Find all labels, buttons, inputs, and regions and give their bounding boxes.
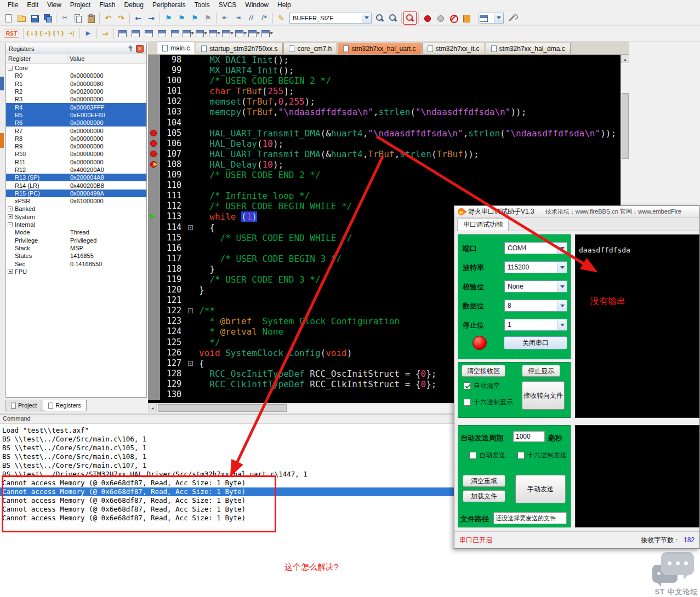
breakpoint-gutter[interactable] xyxy=(148,295,160,306)
auto-send-period-input[interactable] xyxy=(513,431,545,442)
menu-view[interactable]: View xyxy=(43,1,66,9)
command-window-toggle[interactable] xyxy=(116,27,129,40)
nav-back[interactable]: ← xyxy=(132,12,145,25)
cut[interactable]: ✂ xyxy=(58,12,71,25)
tree-expander[interactable]: + xyxy=(8,214,13,219)
register-row[interactable]: StackMSP xyxy=(6,244,146,252)
chevron-down-icon[interactable] xyxy=(557,319,567,330)
breakpoint-gutter[interactable] xyxy=(148,65,160,76)
reset-cpu[interactable]: RST xyxy=(2,27,21,40)
configure-tools[interactable] xyxy=(505,12,519,25)
breakpoint-gutter[interactable] xyxy=(148,389,160,400)
step-over[interactable]: {→} xyxy=(38,27,52,40)
breakpoint-gutter[interactable] xyxy=(148,285,160,295)
save-all[interactable] xyxy=(41,12,54,25)
pin-icon[interactable] xyxy=(127,45,134,52)
register-row[interactable]: R30x00000000 xyxy=(6,95,146,103)
registers-tree[interactable]: -CoreR00x00000000R10x00000080R20x0020000… xyxy=(6,64,146,397)
tree-expander[interactable]: + xyxy=(8,206,13,211)
clear-refill-button[interactable]: 清空重填 xyxy=(463,475,505,487)
trace-window-toggle[interactable] xyxy=(234,27,247,40)
chevron-down-icon[interactable] xyxy=(557,262,567,273)
debug-views-combo[interactable] xyxy=(479,13,504,24)
register-row[interactable]: PrivilegePrivileged xyxy=(6,237,146,244)
menu-project[interactable]: Project xyxy=(66,1,95,9)
save-file[interactable] xyxy=(28,12,41,25)
breakpoint-gutter[interactable] xyxy=(148,254,160,264)
chevron-down-icon[interactable] xyxy=(557,243,567,254)
tab-serial-debug-function[interactable]: 串口调试功能 xyxy=(457,219,509,231)
parity-select[interactable]: None xyxy=(504,280,567,292)
breakpoint-gutter[interactable] xyxy=(148,222,160,233)
redo[interactable]: ↷ xyxy=(115,12,128,25)
copy[interactable] xyxy=(71,12,84,25)
register-row[interactable]: Sec0.14168550 xyxy=(6,260,146,267)
register-row[interactable]: R60x00000000 xyxy=(6,119,146,127)
chevron-down-icon[interactable] xyxy=(191,32,194,35)
open-file[interactable] xyxy=(15,12,28,25)
chevron-down-icon[interactable] xyxy=(557,281,567,292)
breakpoint-gutter[interactable] xyxy=(148,107,160,117)
run[interactable]: ▶ xyxy=(82,27,95,40)
edit-configure[interactable]: ✎ xyxy=(275,12,288,25)
menu-svcs[interactable]: SVCS xyxy=(214,1,241,9)
breakpoint-gutter[interactable] xyxy=(148,201,160,211)
menu-file[interactable]: File xyxy=(3,1,22,9)
watch-window-toggle[interactable] xyxy=(181,27,195,40)
dock-tab-registers[interactable]: Registers xyxy=(43,400,86,411)
register-row[interactable]: R90x00000000 xyxy=(6,142,146,150)
outdent[interactable]: ⇤ xyxy=(218,12,231,25)
breakpoint-gutter[interactable] xyxy=(148,274,160,285)
register-row[interactable]: R10x00000080 xyxy=(6,80,146,88)
chevron-down-icon[interactable] xyxy=(204,32,207,35)
show-current-statement[interactable]: ⇒ xyxy=(99,27,112,40)
register-row[interactable]: R120x400200A0 xyxy=(6,166,146,174)
breakpoint-gutter[interactable] xyxy=(148,264,160,274)
symbol-window-toggle[interactable] xyxy=(142,27,155,40)
breakpoint-gutter[interactable] xyxy=(148,191,160,201)
scroll-left-arrow[interactable]: ◄ xyxy=(148,404,157,412)
serial-title-bar[interactable]: 野火串口调试助手V1.3 技术论坛：www.fireBBS.cn 官网：www.… xyxy=(454,206,699,218)
menu-window[interactable]: Window xyxy=(241,1,273,9)
disassembly-window-toggle[interactable] xyxy=(129,27,142,40)
paste[interactable] xyxy=(84,12,98,25)
menu-peripherals[interactable]: Peripherals xyxy=(148,1,190,9)
breakpoint-marker[interactable] xyxy=(148,149,160,159)
step-into[interactable]: {↓} xyxy=(25,27,38,40)
register-row[interactable]: States1416855 xyxy=(6,252,146,260)
editor-tab[interactable]: main.c xyxy=(157,42,195,54)
register-row[interactable]: R00x00000000 xyxy=(6,72,146,79)
register-row[interactable]: R70x00000000 xyxy=(6,127,146,134)
hex-display-checkbox[interactable]: 十六进制显示 xyxy=(464,398,513,407)
chevron-down-icon[interactable] xyxy=(362,13,371,23)
chevron-down-icon[interactable] xyxy=(217,32,220,35)
bookmark-clear-all[interactable]: ⚑ xyxy=(201,12,214,25)
breakpoint-marker[interactable] xyxy=(148,159,160,170)
uncomment-selection[interactable]: /* xyxy=(258,12,271,25)
step-out[interactable]: {↑} xyxy=(52,27,65,40)
menu-tools[interactable]: Tools xyxy=(190,1,214,9)
comment-selection[interactable]: // xyxy=(244,12,258,25)
menu-help[interactable]: Help xyxy=(273,1,295,9)
menu-flash[interactable]: Flash xyxy=(95,1,119,9)
editor-tab[interactable]: startup_stm32h750xx.s xyxy=(196,43,283,54)
editor-tab[interactable]: core_cm7.h xyxy=(283,43,337,54)
call-stack-window-toggle[interactable] xyxy=(168,27,181,40)
baud-select[interactable]: 115200 xyxy=(504,261,567,273)
breakpoint-gutter[interactable] xyxy=(148,243,160,254)
buffer-size-combo[interactable]: BUFFER_SIZE xyxy=(289,13,372,24)
register-row[interactable]: R14 (LR)0x400200B8 xyxy=(6,181,146,189)
register-row[interactable]: -Core xyxy=(6,64,146,72)
indent[interactable]: ⇥ xyxy=(231,12,244,25)
breakpoint-gutter[interactable] xyxy=(148,96,160,107)
serial-receive-display[interactable]: daasdffdfsda 没有输出 xyxy=(575,234,699,418)
auto-send-checkbox[interactable]: 自动发送 xyxy=(469,451,505,460)
bookmark-next[interactable]: ⚑ xyxy=(188,12,201,25)
breakpoint-gutter[interactable] xyxy=(148,369,160,379)
port-select[interactable]: COM4 xyxy=(504,242,567,254)
breakpoint-gutter[interactable] xyxy=(148,337,160,348)
menu-edit[interactable]: Edit xyxy=(22,1,43,9)
current-statement-marker[interactable] xyxy=(148,211,160,222)
dock-tab-project[interactable]: Project xyxy=(5,400,42,411)
menu-debug[interactable]: Debug xyxy=(120,1,148,9)
